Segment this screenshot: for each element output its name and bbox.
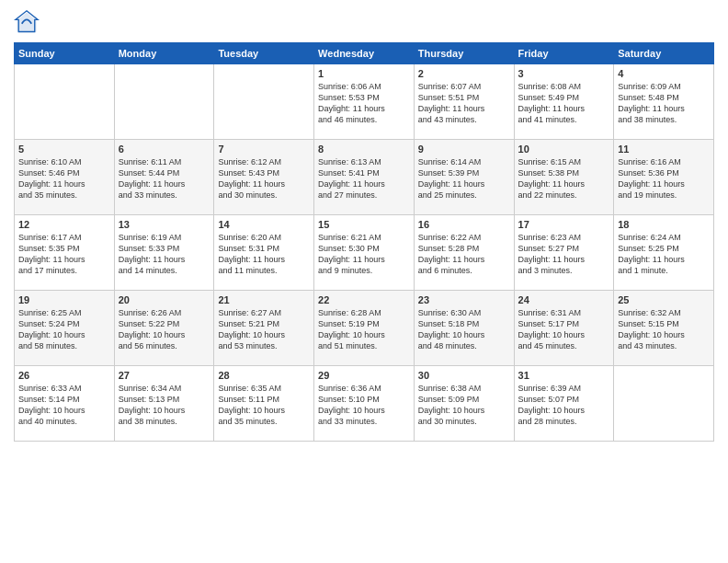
cell-line: and 3 minutes.	[518, 265, 610, 276]
calendar-cell: 9Sunrise: 6:14 AMSunset: 5:39 PMDaylight…	[414, 140, 514, 215]
cell-line: Sunset: 5:53 PM	[318, 92, 410, 103]
cell-line: and 35 minutes.	[218, 416, 310, 427]
cell-line: Daylight: 10 hours	[119, 405, 210, 416]
cell-line: Sunrise: 6:10 AM	[18, 156, 110, 167]
day-number: 25	[618, 294, 710, 305]
logo	[14, 9, 43, 35]
cell-line: Daylight: 10 hours	[318, 329, 410, 340]
calendar-cell	[614, 366, 714, 442]
cell-line: and 30 minutes.	[218, 190, 310, 201]
cell-line: Sunset: 5:41 PM	[318, 167, 410, 178]
header-day-friday: Friday	[514, 43, 614, 64]
cell-line: Sunset: 5:17 PM	[518, 318, 610, 329]
cell-line: and 25 minutes.	[418, 190, 510, 201]
day-number: 3	[518, 68, 610, 79]
day-number: 29	[318, 370, 410, 381]
cell-line: Sunrise: 6:08 AM	[518, 81, 610, 92]
day-number: 1	[318, 68, 410, 79]
cell-line: Sunset: 5:28 PM	[418, 243, 510, 254]
logo-icon	[14, 9, 40, 35]
cell-line: Sunrise: 6:35 AM	[218, 383, 310, 394]
day-number: 19	[18, 294, 110, 305]
day-number: 31	[518, 370, 610, 381]
cell-line: and 35 minutes.	[18, 190, 110, 201]
cell-line: Daylight: 10 hours	[618, 329, 710, 340]
cell-line: and 58 minutes.	[18, 340, 110, 351]
cell-line: Sunset: 5:14 PM	[18, 394, 110, 405]
cell-line: Daylight: 10 hours	[418, 329, 510, 340]
calendar-cell: 12Sunrise: 6:17 AMSunset: 5:35 PMDayligh…	[15, 215, 115, 291]
cell-line: Sunrise: 6:38 AM	[418, 383, 510, 394]
cell-line: Sunset: 5:33 PM	[119, 243, 210, 254]
cell-line: Daylight: 10 hours	[119, 329, 210, 340]
cell-line: and 51 minutes.	[318, 340, 410, 351]
calendar-cell: 1Sunrise: 6:06 AMSunset: 5:53 PMDaylight…	[314, 64, 415, 140]
cell-line: Daylight: 11 hours	[618, 254, 710, 265]
page-container: SundayMondayTuesdayWednesdayThursdayFrid…	[0, 0, 728, 446]
cell-line: and 1 minute.	[618, 265, 710, 276]
calendar-cell: 6Sunrise: 6:11 AMSunset: 5:44 PMDaylight…	[114, 140, 214, 215]
cell-line: and 33 minutes.	[318, 416, 410, 427]
cell-line: Daylight: 10 hours	[218, 405, 310, 416]
cell-line: Sunset: 5:10 PM	[318, 394, 410, 405]
calendar-cell: 14Sunrise: 6:20 AMSunset: 5:31 PMDayligh…	[214, 215, 314, 291]
calendar-cell: 10Sunrise: 6:15 AMSunset: 5:38 PMDayligh…	[514, 140, 614, 215]
cell-line: Sunset: 5:39 PM	[418, 167, 510, 178]
calendar-cell: 25Sunrise: 6:32 AMSunset: 5:15 PMDayligh…	[614, 291, 714, 366]
day-number: 24	[518, 294, 610, 305]
cell-line: Sunrise: 6:16 AM	[618, 156, 710, 167]
cell-line: Sunrise: 6:09 AM	[618, 81, 710, 92]
cell-line: Daylight: 10 hours	[218, 329, 310, 340]
cell-line: and 22 minutes.	[518, 190, 610, 201]
cell-line: and 9 minutes.	[318, 265, 410, 276]
cell-line: Sunrise: 6:21 AM	[318, 232, 410, 243]
cell-line: Sunrise: 6:20 AM	[218, 232, 310, 243]
cell-line: Sunrise: 6:11 AM	[119, 156, 210, 167]
calendar-cell: 28Sunrise: 6:35 AMSunset: 5:11 PMDayligh…	[214, 366, 314, 442]
calendar-cell: 2Sunrise: 6:07 AMSunset: 5:51 PMDaylight…	[414, 64, 514, 140]
calendar-cell: 5Sunrise: 6:10 AMSunset: 5:46 PMDaylight…	[15, 140, 115, 215]
cell-line: and 11 minutes.	[218, 265, 310, 276]
cell-line: Daylight: 10 hours	[18, 405, 110, 416]
day-number: 9	[418, 144, 510, 155]
day-number: 12	[18, 219, 110, 230]
cell-line: Sunset: 5:48 PM	[618, 92, 710, 103]
week-row-3: 19Sunrise: 6:25 AMSunset: 5:24 PMDayligh…	[15, 291, 714, 366]
day-number: 15	[318, 219, 410, 230]
header-day-tuesday: Tuesday	[214, 43, 314, 64]
cell-line: Daylight: 11 hours	[418, 178, 510, 190]
cell-line: Sunrise: 6:39 AM	[518, 383, 610, 394]
calendar-cell	[214, 64, 314, 140]
cell-line: Daylight: 11 hours	[518, 178, 610, 190]
week-row-2: 12Sunrise: 6:17 AMSunset: 5:35 PMDayligh…	[15, 215, 714, 291]
header-day-sunday: Sunday	[15, 43, 115, 64]
cell-line: Daylight: 10 hours	[318, 405, 410, 416]
cell-line: Sunset: 5:49 PM	[518, 92, 610, 103]
header-row: SundayMondayTuesdayWednesdayThursdayFrid…	[15, 43, 714, 64]
day-number: 27	[119, 370, 210, 381]
week-row-4: 26Sunrise: 6:33 AMSunset: 5:14 PMDayligh…	[15, 366, 714, 442]
calendar-cell: 23Sunrise: 6:30 AMSunset: 5:18 PMDayligh…	[414, 291, 514, 366]
cell-line: and 48 minutes.	[418, 340, 510, 351]
day-number: 23	[418, 294, 510, 305]
day-number: 13	[119, 219, 210, 230]
cell-line: Daylight: 10 hours	[18, 329, 110, 340]
cell-line: Daylight: 11 hours	[218, 254, 310, 265]
cell-line: Sunrise: 6:33 AM	[18, 383, 110, 394]
calendar-cell: 20Sunrise: 6:26 AMSunset: 5:22 PMDayligh…	[114, 291, 214, 366]
calendar-table: SundayMondayTuesdayWednesdayThursdayFrid…	[14, 42, 714, 442]
cell-line: and 41 minutes.	[518, 114, 610, 125]
calendar-cell: 26Sunrise: 6:33 AMSunset: 5:14 PMDayligh…	[15, 366, 115, 442]
day-number: 18	[618, 219, 710, 230]
calendar-cell: 17Sunrise: 6:23 AMSunset: 5:27 PMDayligh…	[514, 215, 614, 291]
calendar-cell: 24Sunrise: 6:31 AMSunset: 5:17 PMDayligh…	[514, 291, 614, 366]
cell-line: and 45 minutes.	[518, 340, 610, 351]
cell-line: and 27 minutes.	[318, 190, 410, 201]
cell-line: Daylight: 11 hours	[18, 178, 110, 190]
cell-line: Sunrise: 6:17 AM	[18, 232, 110, 243]
cell-line: Sunset: 5:13 PM	[119, 394, 210, 405]
cell-line: Daylight: 11 hours	[318, 178, 410, 190]
calendar-cell: 8Sunrise: 6:13 AMSunset: 5:41 PMDaylight…	[314, 140, 415, 215]
day-number: 5	[18, 144, 110, 155]
calendar-cell: 21Sunrise: 6:27 AMSunset: 5:21 PMDayligh…	[214, 291, 314, 366]
